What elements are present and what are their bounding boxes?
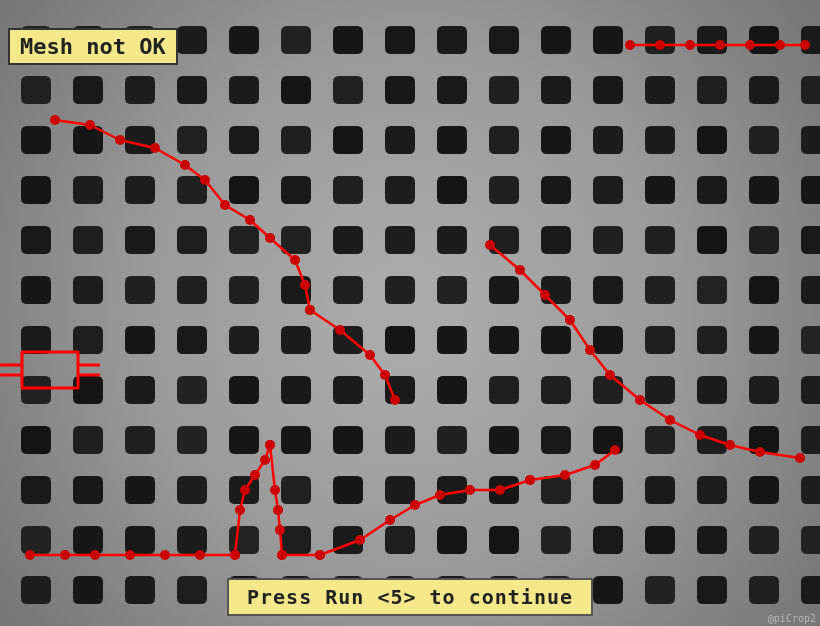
bottom-bar: Press Run <5> to continue xyxy=(0,578,820,616)
app-container: Mesh not OK Press Run <5> to continue @p… xyxy=(0,0,820,626)
mesh-visualization xyxy=(0,0,820,626)
status-label: Mesh not OK xyxy=(8,28,178,65)
press-run-label: Press Run <5> to continue xyxy=(227,578,593,616)
